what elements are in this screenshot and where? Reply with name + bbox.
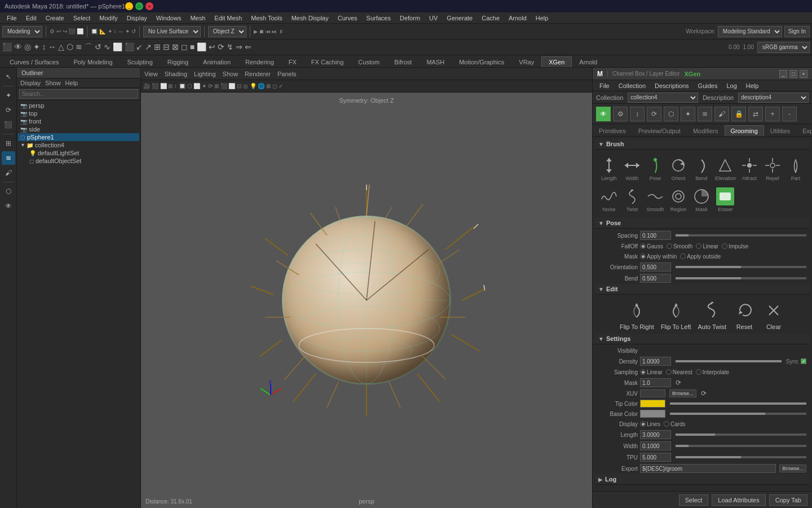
maximize-btn[interactable]: □ bbox=[135, 2, 143, 10]
tpu-input[interactable] bbox=[640, 453, 671, 462]
menu-item-mesh-display[interactable]: Mesh Display bbox=[287, 14, 333, 23]
xgen-guide-btn[interactable]: ✦ bbox=[681, 107, 695, 121]
xgen-brush-btn[interactable]: 🖌 bbox=[714, 107, 729, 121]
sync-checkbox[interactable] bbox=[801, 358, 806, 364]
tab-custom[interactable]: Custom bbox=[351, 56, 387, 67]
falloff-smooth[interactable]: Smooth bbox=[667, 243, 692, 249]
brush-length[interactable]: Length bbox=[598, 154, 620, 183]
base-color-swatch[interactable] bbox=[640, 410, 665, 418]
orientation-slider[interactable] bbox=[676, 266, 806, 268]
width-settings-input[interactable] bbox=[640, 441, 671, 450]
outliner-display[interactable]: Display bbox=[20, 80, 41, 86]
menu-item-create[interactable]: Create bbox=[41, 14, 69, 23]
tab-expressions[interactable]: Expressions bbox=[796, 125, 812, 136]
tab-xgen[interactable]: XGen bbox=[541, 56, 572, 67]
collection-select[interactable]: collection4 bbox=[628, 93, 698, 103]
menu-item-mesh-tools[interactable]: Mesh Tools bbox=[246, 14, 286, 23]
mask-within[interactable]: Apply within bbox=[640, 253, 677, 260]
menu-item-cache[interactable]: Cache bbox=[477, 14, 504, 23]
xgen-menu-log[interactable]: Log bbox=[722, 81, 741, 90]
tree-item-psphere1[interactable]: ⬡ pSphere1 bbox=[18, 133, 139, 141]
mask-refresh-btn[interactable]: ⟳ bbox=[676, 379, 681, 387]
xgen-lock-btn[interactable]: 🔒 bbox=[731, 107, 746, 121]
brush-attract[interactable]: Attract bbox=[739, 154, 760, 183]
menu-item-generate[interactable]: Generate bbox=[442, 14, 477, 23]
tab-motion-graphics[interactable]: Motion/Graphics bbox=[452, 56, 511, 67]
density-input[interactable] bbox=[640, 357, 671, 366]
log-section-header[interactable]: ▶ Log bbox=[595, 474, 810, 485]
tab-fx-caching[interactable]: FX Caching bbox=[304, 56, 351, 67]
brush-noise[interactable]: Noise bbox=[598, 185, 620, 214]
object-z-select[interactable]: Object Z bbox=[208, 26, 246, 37]
tab-poly-modeling[interactable]: Poly Modeling bbox=[66, 56, 120, 67]
tab-utilities[interactable]: Utilities bbox=[764, 125, 796, 136]
edit-flip-left[interactable]: Flip To Left bbox=[661, 299, 691, 330]
brush-smooth[interactable]: Smooth bbox=[645, 185, 666, 214]
menu-item-help[interactable]: Help bbox=[531, 14, 553, 23]
edit-auto-twist[interactable]: Auto Twist bbox=[698, 299, 727, 330]
xuv-browse-btn[interactable]: Browse... bbox=[669, 389, 696, 397]
panel-maximize-btn[interactable]: □ bbox=[789, 70, 797, 78]
tip-color-swatch[interactable] bbox=[640, 400, 665, 408]
load-attributes-btn[interactable]: Load Attributes bbox=[712, 494, 765, 506]
mode-select[interactable]: Modeling bbox=[2, 26, 42, 37]
tab-mash[interactable]: MASH bbox=[419, 56, 452, 67]
panel-close-btn[interactable]: × bbox=[800, 70, 807, 78]
menu-item-surfaces[interactable]: Surfaces bbox=[362, 14, 395, 23]
show-tool[interactable]: 👁 bbox=[2, 199, 15, 213]
xgen-menu-collection[interactable]: Collection bbox=[614, 81, 650, 90]
menu-item-select[interactable]: Select bbox=[69, 14, 95, 23]
rotate-tool[interactable]: ⟳ bbox=[2, 103, 15, 117]
export-input[interactable] bbox=[640, 464, 776, 473]
tab-rendering[interactable]: Rendering bbox=[238, 56, 281, 67]
xgen-rotate-btn[interactable]: ⟳ bbox=[647, 107, 661, 121]
menu-item-deform[interactable]: Deform bbox=[395, 14, 425, 23]
tab-vray[interactable]: VRay bbox=[511, 56, 541, 67]
xgen-gear-btn[interactable]: ⚙ bbox=[613, 107, 628, 121]
menu-item-modify[interactable]: Modify bbox=[95, 14, 122, 23]
brush-part[interactable]: Part bbox=[785, 154, 806, 183]
menu-item-edit-mesh[interactable]: Edit Mesh bbox=[210, 14, 246, 23]
sampling-interpolate[interactable]: Interpolate bbox=[696, 369, 729, 375]
mask-settings-input[interactable] bbox=[640, 378, 671, 387]
tpu-slider[interactable] bbox=[676, 456, 806, 458]
base-color-slider[interactable] bbox=[670, 413, 806, 415]
falloff-gauss[interactable]: Gauss bbox=[640, 243, 663, 249]
edit-clear[interactable]: Clear bbox=[762, 299, 785, 330]
brush-eraser[interactable]: Eraser bbox=[714, 185, 737, 214]
snap-tool[interactable]: ⊞ bbox=[2, 137, 15, 150]
tree-item-front[interactable]: 📷 front bbox=[18, 117, 139, 125]
density-slider[interactable] bbox=[676, 360, 782, 362]
sampling-linear[interactable]: Linear bbox=[640, 369, 663, 375]
falloff-linear[interactable]: Linear bbox=[696, 243, 718, 249]
live-surface-select[interactable]: No Live Surface bbox=[143, 26, 201, 37]
xgen-eye-btn[interactable]: 👁 bbox=[596, 107, 611, 121]
minimize-btn[interactable]: _ bbox=[125, 2, 133, 10]
tree-item-persp[interactable]: 📷 persp bbox=[18, 102, 139, 110]
xuv-refresh-btn[interactable]: ⟳ bbox=[701, 389, 707, 397]
brush-section-header[interactable]: ▼ Brush bbox=[595, 139, 810, 150]
length-settings-input[interactable] bbox=[640, 430, 671, 439]
tab-rigging[interactable]: Rigging bbox=[160, 56, 196, 67]
tab-animation[interactable]: Animation bbox=[196, 56, 238, 67]
falloff-impulse[interactable]: Impulse bbox=[722, 243, 748, 249]
tab-fx[interactable]: FX bbox=[281, 56, 304, 67]
search-input[interactable] bbox=[19, 89, 138, 99]
menu-item-edit[interactable]: Edit bbox=[21, 14, 41, 23]
brush-mask[interactable]: Mask bbox=[691, 185, 712, 214]
brush-elevation[interactable]: Elevation bbox=[714, 154, 737, 183]
brush-repel[interactable]: Repel bbox=[762, 154, 783, 183]
edit-flip-right[interactable]: Flip To Right bbox=[620, 299, 654, 330]
edit-section-header[interactable]: ▼ Edit bbox=[595, 284, 810, 295]
groom-tool[interactable]: ≋ bbox=[2, 151, 15, 165]
brush-orient[interactable]: Orient bbox=[668, 154, 689, 183]
display-lines[interactable]: Lines bbox=[640, 421, 660, 427]
bend-input[interactable] bbox=[640, 274, 671, 283]
brush-width[interactable]: Width bbox=[621, 154, 643, 183]
copy-tab-btn[interactable]: Copy Tab bbox=[769, 494, 807, 506]
xgen-scale-btn[interactable]: ⬡ bbox=[664, 107, 678, 121]
menu-item-windows[interactable]: Windows bbox=[152, 14, 186, 23]
display-cards[interactable]: Cards bbox=[664, 421, 686, 427]
edit-reset[interactable]: Reset bbox=[733, 299, 756, 330]
xgen-menu-file[interactable]: File bbox=[595, 81, 614, 90]
